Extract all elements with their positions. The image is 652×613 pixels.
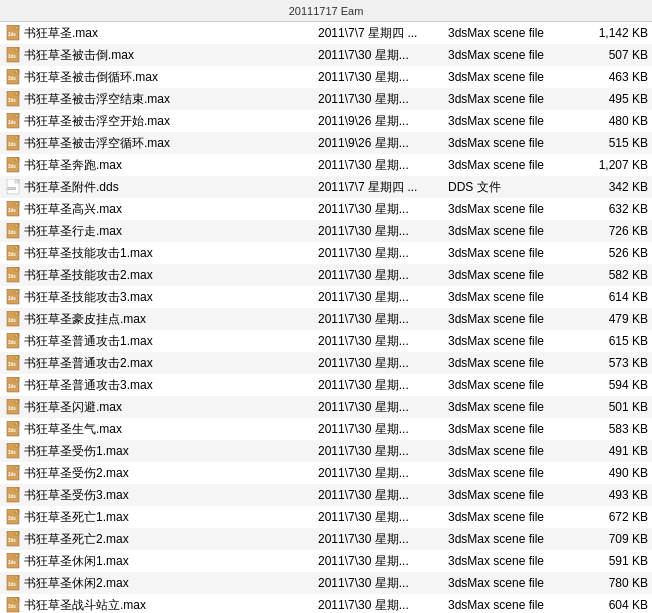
file-name: 书狂草圣普通攻击2.max <box>24 355 318 372</box>
svg-text:3ds: 3ds <box>8 560 16 565</box>
3dsmax-file-icon: 3ds <box>6 333 22 349</box>
file-name: 书狂草圣技能攻击1.max <box>24 245 318 262</box>
3dsmax-icon: 3ds <box>4 311 24 327</box>
file-type: DDS 文件 <box>448 179 578 196</box>
svg-text:3ds: 3ds <box>8 604 16 609</box>
file-name: 书狂草圣休闲1.max <box>24 553 318 570</box>
table-row[interactable]: 3ds 书狂草圣被击浮空结束.max2011\7\30 星期...3dsMax … <box>0 88 652 110</box>
file-name: 书狂草圣豪皮挂点.max <box>24 311 318 328</box>
table-row[interactable]: 3ds 书狂草圣.max2011\7\7 星期四 ...3dsMax scene… <box>0 22 652 44</box>
table-row[interactable]: 3ds 书狂草圣受伤2.max2011\7\30 星期...3dsMax sce… <box>0 462 652 484</box>
file-size: 342 KB <box>578 180 648 194</box>
3dsmax-icon: 3ds <box>4 157 24 173</box>
table-row[interactable]: 3ds 书狂草圣被击倒.max2011\7\30 星期...3dsMax sce… <box>0 44 652 66</box>
svg-text:3ds: 3ds <box>8 76 16 81</box>
table-row[interactable]: 3ds 书狂草圣被击浮空循环.max2011\9\26 星期...3dsMax … <box>0 132 652 154</box>
svg-text:3ds: 3ds <box>8 296 16 301</box>
table-row[interactable]: 3ds 书狂草圣休闲1.max2011\7\30 星期...3dsMax sce… <box>0 550 652 572</box>
table-row[interactable]: 3ds 书狂草圣死亡2.max2011\7\30 星期...3dsMax sce… <box>0 528 652 550</box>
file-name: 书狂草圣休闲2.max <box>24 575 318 592</box>
file-size: 493 KB <box>578 488 648 502</box>
table-row[interactable]: 3ds 书狂草圣战斗站立.max2011\7\30 星期...3dsMax sc… <box>0 594 652 613</box>
svg-text:3ds: 3ds <box>8 274 16 279</box>
table-row[interactable]: 3ds 书狂草圣被击倒循环.max2011\7\30 星期...3dsMax s… <box>0 66 652 88</box>
table-row[interactable]: 3ds 书狂草圣普通攻击3.max2011\7\30 星期...3dsMax s… <box>0 374 652 396</box>
3dsmax-icon: 3ds <box>4 333 24 349</box>
dds-file-icon: DDS <box>4 179 24 195</box>
3dsmax-file-icon: 3ds <box>6 157 22 173</box>
file-name: 书狂草圣奔跑.max <box>24 157 318 174</box>
3dsmax-file-icon: 3ds <box>6 487 22 503</box>
file-name: 书狂草圣受伤1.max <box>24 443 318 460</box>
svg-text:3ds: 3ds <box>8 54 16 59</box>
file-name: 书狂草圣战斗站立.max <box>24 597 318 614</box>
file-name: 书狂草圣死亡2.max <box>24 531 318 548</box>
file-date: 2011\7\7 星期四 ... <box>318 25 448 42</box>
3dsmax-icon: 3ds <box>4 487 24 503</box>
table-row[interactable]: 3ds 书狂草圣技能攻击2.max2011\7\30 星期...3dsMax s… <box>0 264 652 286</box>
3dsmax-icon: 3ds <box>4 223 24 239</box>
file-name: 书狂草圣行走.max <box>24 223 318 240</box>
file-size: 709 KB <box>578 532 648 546</box>
svg-text:3ds: 3ds <box>8 384 16 389</box>
file-date: 2011\9\26 星期... <box>318 135 448 152</box>
window-header: 20111717 Eam <box>0 0 652 22</box>
svg-text:3ds: 3ds <box>8 318 16 323</box>
3dsmax-file-icon: 3ds <box>6 113 22 129</box>
file-size: 491 KB <box>578 444 648 458</box>
file-date: 2011\7\30 星期... <box>318 47 448 64</box>
file-size: 1,142 KB <box>578 26 648 40</box>
3dsmax-icon: 3ds <box>4 465 24 481</box>
file-size: 591 KB <box>578 554 648 568</box>
file-type: 3dsMax scene file <box>448 422 578 436</box>
table-row[interactable]: 3ds 书狂草圣死亡1.max2011\7\30 星期...3dsMax sce… <box>0 506 652 528</box>
3dsmax-file-icon: 3ds <box>6 553 22 569</box>
3dsmax-file-icon: 3ds <box>6 223 22 239</box>
table-row[interactable]: 3ds 书狂草圣高兴.max2011\7\30 星期...3dsMax scen… <box>0 198 652 220</box>
3dsmax-file-icon: 3ds <box>6 443 22 459</box>
dds-file-icon: DDS <box>6 179 22 195</box>
svg-text:3ds: 3ds <box>8 472 16 477</box>
file-type: 3dsMax scene file <box>448 400 578 414</box>
svg-text:3ds: 3ds <box>8 516 16 521</box>
table-row[interactable]: 3ds 书狂草圣技能攻击1.max2011\7\30 星期...3dsMax s… <box>0 242 652 264</box>
table-row[interactable]: 3ds 书狂草圣受伤1.max2011\7\30 星期...3dsMax sce… <box>0 440 652 462</box>
table-row[interactable]: 3ds 书狂草圣行走.max2011\7\30 星期...3dsMax scen… <box>0 220 652 242</box>
table-row[interactable]: DDS 书狂草圣附件.dds2011\7\7 星期四 ...DDS 文件342 … <box>0 176 652 198</box>
file-size: 604 KB <box>578 598 648 612</box>
file-date: 2011\7\30 星期... <box>318 201 448 218</box>
table-row[interactable]: 3ds 书狂草圣生气.max2011\7\30 星期...3dsMax scen… <box>0 418 652 440</box>
3dsmax-icon: 3ds <box>4 267 24 283</box>
3dsmax-icon: 3ds <box>4 399 24 415</box>
file-type: 3dsMax scene file <box>448 224 578 238</box>
file-date: 2011\7\30 星期... <box>318 553 448 570</box>
file-type: 3dsMax scene file <box>448 576 578 590</box>
3dsmax-file-icon: 3ds <box>6 597 22 613</box>
file-type: 3dsMax scene file <box>448 334 578 348</box>
table-row[interactable]: 3ds 书狂草圣休闲2.max2011\7\30 星期...3dsMax sce… <box>0 572 652 594</box>
file-type: 3dsMax scene file <box>448 202 578 216</box>
table-row[interactable]: 3ds 书狂草圣奔跑.max2011\7\30 星期...3dsMax scen… <box>0 154 652 176</box>
table-row[interactable]: 3ds 书狂草圣技能攻击3.max2011\7\30 星期...3dsMax s… <box>0 286 652 308</box>
file-type: 3dsMax scene file <box>448 488 578 502</box>
file-name: 书狂草圣被击浮空开始.max <box>24 113 318 130</box>
file-name: 书狂草圣闪避.max <box>24 399 318 416</box>
file-type: 3dsMax scene file <box>448 136 578 150</box>
3dsmax-icon: 3ds <box>4 531 24 547</box>
3dsmax-file-icon: 3ds <box>6 69 22 85</box>
table-row[interactable]: 3ds 书狂草圣普通攻击2.max2011\7\30 星期...3dsMax s… <box>0 352 652 374</box>
file-size: 480 KB <box>578 114 648 128</box>
table-row[interactable]: 3ds 书狂草圣普通攻击1.max2011\7\30 星期...3dsMax s… <box>0 330 652 352</box>
3dsmax-icon: 3ds <box>4 553 24 569</box>
table-row[interactable]: 3ds 书狂草圣豪皮挂点.max2011\7\30 星期...3dsMax sc… <box>0 308 652 330</box>
file-name: 书狂草圣附件.dds <box>24 179 318 196</box>
file-name: 书狂草圣被击倒循环.max <box>24 69 318 86</box>
3dsmax-icon: 3ds <box>4 135 24 151</box>
file-type: 3dsMax scene file <box>448 290 578 304</box>
svg-text:3ds: 3ds <box>8 252 16 257</box>
file-size: 515 KB <box>578 136 648 150</box>
file-size: 726 KB <box>578 224 648 238</box>
table-row[interactable]: 3ds 书狂草圣被击浮空开始.max2011\9\26 星期...3dsMax … <box>0 110 652 132</box>
table-row[interactable]: 3ds 书狂草圣受伤3.max2011\7\30 星期...3dsMax sce… <box>0 484 652 506</box>
table-row[interactable]: 3ds 书狂草圣闪避.max2011\7\30 星期...3dsMax scen… <box>0 396 652 418</box>
